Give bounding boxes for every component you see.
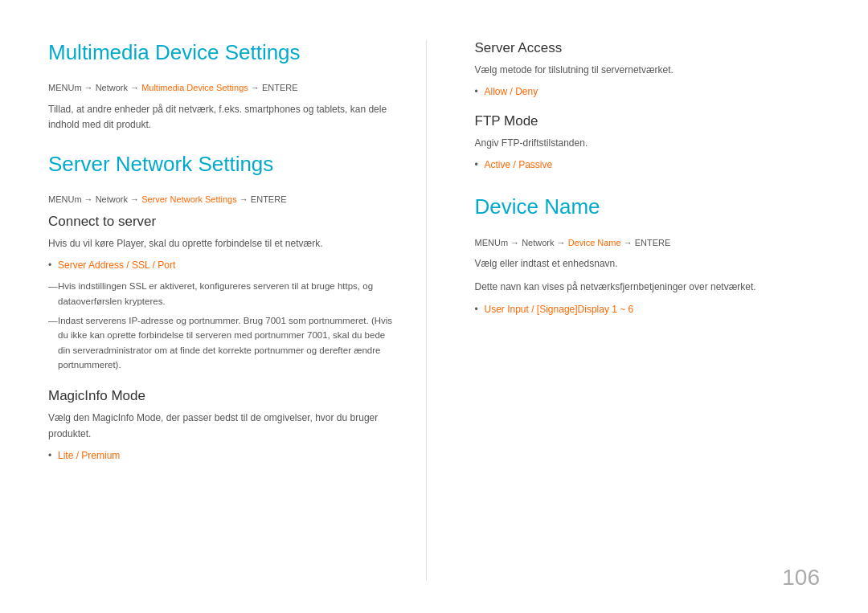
server-access-bullets: Allow / Deny (475, 86, 821, 97)
device-bullet-item: User Input / [Signage]Display 1 ~ 6 (475, 304, 821, 315)
right-column: Server Access Vælg metode for tilslutnin… (427, 40, 821, 581)
breadcrumb-post: → ENTERE (248, 83, 298, 92)
ftp-subtitle: FTP Mode (475, 113, 821, 129)
server-access-desc: Vælg metode for tilslutning til serverne… (475, 63, 821, 78)
device-breadcrumb-post: → ENTERE (621, 238, 671, 247)
device-bullets: User Input / [Signage]Display 1 ~ 6 (475, 304, 821, 315)
server-breadcrumb-link: Server Network Settings (141, 194, 237, 204)
ftp-bullets: Active / Passive (475, 159, 821, 170)
connect-desc: Hvis du vil køre Player, skal du oprette… (48, 236, 394, 251)
server-access-bullet-item: Allow / Deny (475, 86, 821, 97)
page-number: 106 (782, 565, 820, 591)
note1: Hvis indstillingen SSL er aktiveret, kon… (48, 279, 394, 309)
magicinfo-desc: Vælg den MagicInfo Mode, der passer beds… (48, 411, 394, 441)
server-breadcrumb: MENUm → Network → Server Network Setting… (48, 193, 394, 207)
magicinfo-subtitle: MagicInfo Mode (48, 388, 394, 404)
server-access-section: Server Access Vælg metode for tilslutnin… (475, 40, 821, 97)
server-network-title: Server Network Settings (48, 152, 394, 177)
multimedia-breadcrumb: MENUm → Network → Multimedia Device Sett… (48, 81, 394, 96)
device-name-title: Device Name (475, 194, 821, 219)
left-column: Multimedia Device Settings MENUm → Netwo… (48, 40, 427, 581)
magicinfo-section: MagicInfo Mode Vælg den MagicInfo Mode, … (48, 388, 394, 460)
server-access-subtitle: Server Access (475, 40, 821, 56)
device-desc1: Vælg eller indtast et enhedsnavn. (475, 256, 821, 272)
server-network-section: Server Network Settings MENUm → Network … (48, 152, 394, 461)
note2: Indast serverens IP-adresse og portnumme… (48, 313, 394, 373)
device-breadcrumb-pre: MENUm → Network → (475, 238, 568, 247)
breadcrumb-link: Multimedia Device Settings (141, 83, 248, 92)
ftp-mode-section: FTP Mode Angiv FTP-driftstilstanden. Act… (475, 113, 821, 170)
device-desc2: Dette navn kan vises på netværksfjernbet… (475, 280, 821, 295)
multimedia-desc: Tillad, at andre enheder på dit netværk,… (48, 102, 394, 133)
multimedia-title: Multimedia Device Settings (48, 40, 394, 65)
connect-bullet-item: Server Address / SSL / Port (48, 260, 394, 271)
magicinfo-bullets: Lite / Premium (48, 450, 394, 461)
ftp-desc: Angiv FTP-driftstilstanden. (475, 136, 821, 151)
device-name-section: Device Name MENUm → Network → Device Nam… (475, 194, 821, 314)
device-breadcrumb: MENUm → Network → Device Name → ENTERE (475, 236, 821, 251)
server-breadcrumb-pre: MENUm → Network → (48, 194, 141, 204)
device-breadcrumb-link: Device Name (568, 238, 621, 247)
multimedia-section: Multimedia Device Settings MENUm → Netwo… (48, 40, 394, 133)
connect-bullets: Server Address / SSL / Port (48, 260, 394, 271)
server-breadcrumb-post: → ENTERE (237, 194, 287, 204)
ftp-bullet-item: Active / Passive (475, 159, 821, 170)
breadcrumb-pre: MENUm → Network → (48, 83, 141, 92)
connect-subtitle: Connect to server (48, 214, 394, 230)
connect-server-section: Connect to server Hvis du vil køre Playe… (48, 214, 394, 373)
magicinfo-bullet-item: Lite / Premium (48, 450, 394, 461)
magicinfo-link: MagicInfo Mode (92, 412, 161, 423)
